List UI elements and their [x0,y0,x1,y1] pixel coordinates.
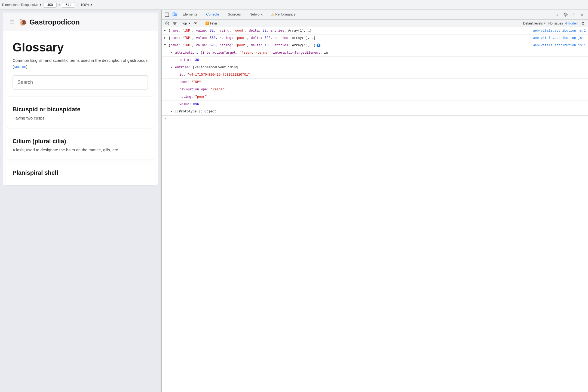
site-header: ☰ 🐌 Gastropodicon [3,13,158,31]
devtools-settings-button[interactable] [562,11,569,19]
console-input[interactable] [168,117,586,121]
console-text-delta: delta: 136 [179,58,586,63]
context-dropdown-icon: ▼ [188,22,191,25]
term-def-cilium: A lash; used to designate the hairs on t… [13,147,148,153]
tab-performance[interactable]: ⚠ Performance [267,10,300,19]
console-text-navtype: navigationType: "reload" [179,87,586,92]
console-text-2: web-vitals.attribution.js:1 {name: 'INP'… [169,36,586,41]
more-tabs-button[interactable]: » [554,11,561,19]
console-link-1[interactable]: web-vitals.attribution.js:1 [533,28,586,33]
console-link-2[interactable]: web-vitals.attribution.js:1 [533,36,586,41]
devtools-more-button[interactable]: ⋮ [570,11,578,19]
filter-label: Filter [210,22,218,25]
hamburger-icon[interactable]: ☰ [9,19,15,26]
console-text-value: value: 696 [179,102,586,107]
console-row-entries: ▶ entries: [PerformanceEventTiming] [162,64,588,71]
tab-network[interactable]: Network [245,10,267,19]
levels-dropdown[interactable]: Default levels ▼ [523,22,546,25]
main-area: ☰ 🐌 Gastropodicon Glossary Common Englis… [0,10,588,392]
console-link-3[interactable]: web-vitals.attribution.js:1 [533,43,586,48]
glossary-desc-end: ). [26,64,29,69]
dimensions-text: Dimensions: Responsive [2,3,38,7]
expand-arrow-entries[interactable]: ▶ [171,65,175,69]
tab-elements[interactable]: Elements [178,10,202,19]
expand-arrow-2[interactable]: ▶ [164,36,169,39]
toolbar2-right: Default levels ▼ No Issues 4 hidden ⚙ [523,20,586,26]
expand-arrow-attribution[interactable]: ▶ [171,50,175,54]
devtools-panel: Elements Console Sources Network ⚠ Perfo… [162,10,588,392]
toolbar-separator [78,3,78,7]
term-title-cilium: Cilium (plural cilia) [13,138,148,145]
console-text-rating: rating: "poor" [179,94,586,99]
console-row-attribution: ▶ attribution: {interactionTarget: '#sea… [162,49,588,57]
context-value: top [182,22,187,25]
device-icon[interactable] [171,11,178,19]
svg-point-5 [174,15,174,15]
console-text-name: name: "INP" [179,80,586,85]
toolbar-left: Dimensions: Responsive ▼ × 100% ▼ ⋮ [2,2,586,8]
search-input-wrap [13,75,148,90]
search-input[interactable] [13,75,148,90]
dimensions-label: Dimensions: Responsive ▼ [2,3,42,7]
no-issues-label: No Issues [549,22,563,25]
term-title-planispiral: Planispiral shell [13,169,148,176]
filter-icon: 🔽 [205,22,209,25]
devtools-tab-icons: » ⋮ ✕ [554,11,588,19]
dimensions-dropdown-icon: ▼ [39,3,42,6]
svg-line-8 [166,23,168,24]
hidden-count[interactable]: 4 hidden [565,22,578,25]
console-settings-icon[interactable]: ⚙ [580,20,586,26]
info-icon: i [317,44,320,47]
console-text-id: id: "v4-1715704899419-7631921820701" [179,72,586,77]
devtools-close-button[interactable]: ✕ [578,11,586,19]
top-toolbar: Dimensions: Responsive ▼ × 100% ▼ ⋮ [0,0,588,10]
warning-icon: ⚠ [271,12,274,16]
svg-point-6 [565,14,566,15]
site-title: Gastropodicon [29,18,80,26]
term-card-cilium: Cilium (plural cilia) A lash; used to de… [6,131,155,160]
toolbar2-separator [180,21,180,26]
console-content: ▶ web-vitals.attribution.js:1 {name: 'IN… [162,27,588,392]
left-pane: ☰ 🐌 Gastropodicon Glossary Common Englis… [0,10,161,392]
console-row-3: ▼ web-vitals.attribution.js:1 {name: 'IN… [162,42,588,49]
console-row-value: ▶ value: 696 [162,101,588,108]
width-input[interactable] [44,2,57,8]
console-text-attribution: attribution: {interactionTarget: '#searc… [175,50,586,55]
levels-dropdown-icon: ▼ [544,22,546,25]
glossary-heading: Glossary [13,41,148,54]
console-row-1: ▶ web-vitals.attribution.js:1 {name: 'IN… [162,27,588,35]
term-def-bicuspid: Having two cusps. [13,115,148,121]
snail-icon: 🐌 [19,19,27,26]
website-container: ☰ 🐌 Gastropodicon Glossary Common Englis… [3,13,158,185]
clear-console-button[interactable] [164,20,170,26]
source-link[interactable]: source [14,64,26,69]
toolbar-more-button[interactable]: ⋮ [94,2,102,8]
dimension-separator: × [58,3,60,7]
live-expressions-button[interactable]: 👁 [192,20,198,26]
expand-arrow-prototype[interactable]: ▶ [171,109,175,113]
expand-arrow-3[interactable]: ▼ [164,43,169,47]
glossary-desc-start: Common English and scientific terms used… [13,58,148,69]
console-text-prototype: [[Prototype]]: Object [175,109,586,114]
glossary-card: Glossary Common English and scientific t… [6,34,155,96]
console-row-navtype: ▶ navigationType: "reload" [162,86,588,93]
term-title-bicuspid: Bicuspid or bicuspidate [13,106,148,113]
console-row-2: ▶ web-vitals.attribution.js:1 {name: 'IN… [162,35,588,42]
filter-toggle-button[interactable] [172,20,178,26]
site-logo: 🐌 Gastropodicon [19,18,80,26]
console-text-1: web-vitals.attribution.js:1 {name: 'INP'… [169,28,586,33]
context-selector[interactable]: top ▼ [182,22,191,25]
filter-input-area[interactable]: 🔽 Filter [203,21,220,26]
devtools-toolbar2: top ▼ 👁 🔽 Filter Default levels ▼ No Iss… [162,20,588,27]
zoom-label: 100% ▼ [81,3,93,7]
inspect-icon[interactable] [163,11,171,19]
tab-console[interactable]: Console [202,10,223,19]
height-input[interactable] [62,2,75,8]
tab-sources[interactable]: Sources [223,10,245,19]
console-text-3: web-vitals.attribution.js:1 {name: 'INP'… [169,43,586,48]
console-prompt: › [164,117,166,121]
glossary-description: Common English and scientific terms used… [13,57,148,70]
expand-arrow-1[interactable]: ▶ [164,28,169,32]
term-card-bicuspid: Bicuspid or bicuspidate Having two cusps… [6,99,155,128]
console-row-delta: ▶ delta: 136 [162,57,588,64]
